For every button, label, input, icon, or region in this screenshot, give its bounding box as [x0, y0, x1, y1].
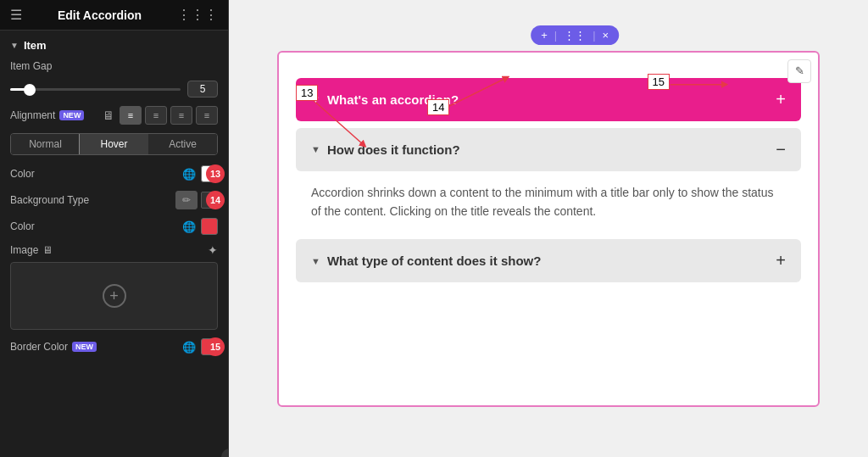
color-controls-2: 🌐 — [182, 218, 218, 235]
panel-title: Edit Accordion — [58, 8, 142, 22]
border-color-row: Border Color NEW 🌐 15 — [10, 338, 218, 355]
border-color-label: Border Color NEW — [10, 341, 97, 353]
state-tabs: Normal Hover Active — [10, 133, 218, 155]
accordion-title-3: ▼ What type of content does it show? — [311, 254, 541, 268]
right-panel: + | ⋮⋮ | × ✎ 13 14 15 — [229, 0, 868, 457]
alignment-new-badge: NEW — [59, 110, 84, 120]
color-label: Color — [10, 168, 35, 180]
tab-normal[interactable]: Normal — [11, 134, 80, 154]
item-gap-slider-track[interactable] — [10, 88, 181, 91]
annotation-13: 13 — [296, 85, 318, 101]
globe-icon-color[interactable]: 🌐 — [182, 168, 196, 181]
border-color-new-badge: NEW — [72, 342, 97, 352]
image-monitor-icon[interactable]: 🖥 — [42, 244, 53, 256]
badge-14: 14 — [206, 191, 225, 209]
item-gap-row: Item Gap — [10, 60, 218, 72]
chevron-icon-3: ▼ — [311, 256, 320, 266]
accordion-header-2[interactable]: ▼ How does it function? − — [296, 128, 801, 171]
accordion-collapse-2[interactable]: − — [776, 140, 786, 159]
slider-thumb[interactable] — [24, 84, 36, 96]
panel-content: ▼ Item Item Gap 5 Alignment NEW 🖥 ≡ — [0, 31, 228, 457]
grid-icon[interactable]: ⋮⋮⋮ — [177, 7, 218, 23]
image-label: Image 🖥 — [10, 244, 53, 256]
image-placeholder[interactable]: + — [10, 262, 218, 330]
color-row-2: Color 🌐 — [10, 218, 218, 235]
alignment-controls: 🖥 ≡ ≡ ≡ ≡ — [103, 106, 218, 125]
badge-15: 15 — [206, 337, 225, 356]
image-row: Image 🖥 ✦ — [10, 243, 218, 257]
alignment-icons: ≡ ≡ ≡ ≡ — [120, 106, 218, 125]
toolbar-plus-btn[interactable]: + — [541, 29, 548, 42]
annotation-14: 14 — [427, 99, 449, 115]
color-row: Color 🌐 13 — [10, 165, 218, 182]
floating-toolbar: + | ⋮⋮ | × — [531, 25, 619, 45]
background-type-label: Background Type — [10, 194, 89, 206]
background-type-row: Background Type ✏ 14 — [10, 191, 218, 209]
globe-icon-border[interactable]: 🌐 — [182, 341, 196, 354]
accordion-expand-1[interactable]: + — [776, 90, 786, 109]
accordion-container: + | ⋮⋮ | × ✎ 13 14 15 — [277, 51, 820, 407]
badge-13: 13 — [206, 164, 225, 183]
color-label-2: Color — [10, 220, 35, 232]
accordion-item-3: ▼ What type of content does it show? + — [296, 239, 801, 282]
item-gap-value[interactable]: 5 — [187, 81, 218, 98]
edit-icon-btn[interactable]: ✎ — [787, 59, 811, 83]
hamburger-icon[interactable]: ☰ — [10, 7, 22, 23]
section-item-header: ▼ Item — [10, 39, 218, 52]
tab-active[interactable]: Active — [148, 134, 217, 154]
align-center-btn[interactable]: ≡ — [145, 106, 167, 125]
globe-icon-color-2[interactable]: 🌐 — [182, 220, 196, 233]
align-left-btn[interactable]: ≡ — [120, 106, 142, 125]
annotation-15: 15 — [648, 74, 670, 90]
item-gap-label: Item Gap — [10, 60, 52, 72]
accordion-item-1: ▼ What's an accordion? + — [296, 78, 801, 121]
left-panel: ☰ Edit Accordion ⋮⋮⋮ ▼ Item Item Gap 5 A… — [0, 0, 229, 457]
toolbar-close-btn[interactable]: × — [603, 29, 609, 42]
item-gap-slider-row: 5 — [10, 81, 218, 98]
color-swatch-red[interactable] — [201, 218, 218, 235]
monitor-icon[interactable]: 🖥 — [103, 109, 114, 122]
image-expand-icon[interactable]: ✦ — [208, 243, 218, 257]
accordion-body-2: Accordion shrinks down a content to the … — [296, 171, 801, 233]
alignment-row: Alignment NEW 🖥 ≡ ≡ ≡ ≡ — [10, 106, 218, 125]
toolbar-move-btn[interactable]: ⋮⋮ — [564, 29, 586, 42]
chevron-icon-2: ▼ — [311, 144, 320, 154]
bg-gradient-btn[interactable]: ✏ — [175, 191, 198, 209]
add-image-icon[interactable]: + — [103, 284, 126, 308]
alignment-label: Alignment NEW — [10, 109, 84, 121]
tab-hover[interactable]: Hover — [79, 133, 149, 155]
accordion-expand-3[interactable]: + — [776, 251, 786, 270]
section-arrow-icon: ▼ — [10, 41, 19, 50]
accordion-header-3[interactable]: ▼ What type of content does it show? + — [296, 239, 801, 282]
accordion-item-2: ▼ How does it function? − Accordion shri… — [296, 128, 801, 233]
section-title: Item — [24, 39, 47, 52]
align-right-btn[interactable]: ≡ — [170, 106, 192, 125]
accordion-title-2: ▼ How does it function? — [311, 142, 460, 157]
align-justify-btn[interactable]: ≡ — [196, 106, 218, 125]
top-bar: ☰ Edit Accordion ⋮⋮⋮ — [0, 0, 228, 31]
accordion-header-1[interactable]: ▼ What's an accordion? + — [296, 78, 801, 121]
